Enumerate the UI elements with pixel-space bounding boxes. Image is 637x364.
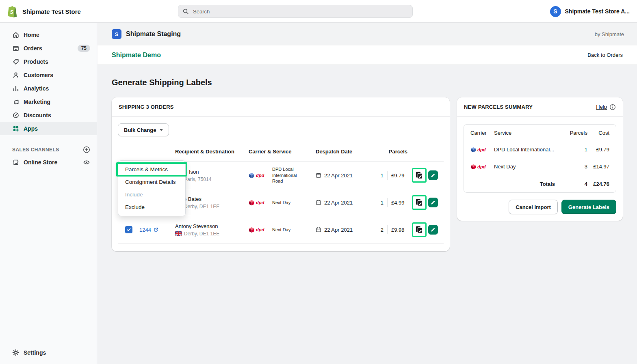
sidebar-item-label: Discounts — [24, 112, 51, 118]
menu-item-exclude[interactable]: Exclude — [118, 201, 185, 213]
order-number: 1244 — [139, 227, 151, 233]
sidebar: Home Orders 75 Products Customers Analyt… — [0, 23, 97, 364]
service-name: Next Day — [272, 227, 316, 233]
recipient-name: Chris Ison — [175, 169, 249, 175]
sidebar-item-settings[interactable]: Settings — [0, 346, 96, 359]
analytics-icon — [12, 85, 20, 92]
menu-item-consignment-details[interactable]: Consignment Details — [118, 176, 185, 188]
summary-actions: Cancel Import Generate Labels — [464, 200, 616, 214]
column-service: Service — [489, 130, 566, 136]
sales-channels-heading: SALES CHANNELS — [12, 147, 59, 153]
order-checkbox[interactable] — [125, 226, 132, 233]
cancel-import-button[interactable]: Cancel Import — [509, 200, 558, 214]
service-name: DPD Local International... — [489, 146, 566, 153]
summary-card-header: NEW PARCELS SUMMARY Help — [457, 97, 623, 117]
sidebar-item-marketing[interactable]: Marketing — [0, 95, 97, 108]
calendar-icon — [316, 200, 321, 205]
edit-parcels-button[interactable] — [428, 170, 438, 180]
calendar-icon — [316, 172, 321, 178]
summary-card-body: Carrier Service Parcels Cost dpd DPD Loc… — [457, 117, 623, 221]
view-store-eye-icon[interactable] — [83, 159, 90, 166]
parcel-count: 1 — [566, 146, 587, 153]
calendar-icon — [316, 227, 321, 233]
sidebar-item-apps[interactable]: Apps — [0, 122, 97, 135]
caret-down-icon — [160, 129, 163, 131]
bulk-change-menu: Parcels & Metrics Consignment Details In… — [118, 160, 186, 216]
parcel-count: 1 — [381, 172, 384, 179]
divider — [387, 198, 388, 207]
sidebar-item-home[interactable]: Home — [0, 28, 97, 41]
column-despatch-date: Despatch Date — [316, 149, 373, 155]
parcel-cost: £9.98 — [391, 227, 409, 233]
despatch-date: 22 Apr 2021 — [324, 172, 353, 179]
recipient-name: Luke Bates — [175, 196, 249, 202]
menu-item-label: Include — [125, 192, 143, 198]
topbar: S Shipmate Test Store S Shipmate Test St… — [0, 0, 637, 23]
edit-parcels-button[interactable] — [428, 198, 438, 207]
store-brand[interactable]: S Shipmate Test Store — [6, 0, 81, 23]
parcel-cube-icon — [249, 227, 255, 233]
sidebar-item-label: Customers — [24, 72, 53, 78]
dpd-logo: dpd — [464, 164, 489, 170]
orders-count-badge: 75 — [78, 45, 90, 52]
sidebar-item-analytics[interactable]: Analytics — [0, 82, 97, 95]
copy-pencil-icon — [415, 225, 424, 234]
shopify-logo-icon: S — [6, 5, 18, 18]
column-parcels: Parcels — [373, 149, 409, 155]
sidebar-item-products[interactable]: Products — [0, 55, 97, 68]
app-header-bar: S Shipmate Staging by Shipmate — [98, 23, 637, 45]
carrier-name: dpd — [256, 200, 264, 205]
carrier-name: dpd — [256, 227, 264, 232]
column-parcels: Parcels — [566, 130, 587, 136]
shipmate-logo: S — [112, 29, 121, 39]
global-search — [178, 5, 413, 18]
sidebar-item-customers[interactable]: Customers — [0, 68, 97, 82]
sidebar-item-label: Analytics — [24, 85, 49, 92]
search-input[interactable] — [178, 5, 413, 18]
back-to-orders-link[interactable]: Back to Orders — [587, 52, 623, 58]
sidebar-item-label: Online Store — [24, 159, 57, 166]
uk-flag-icon — [175, 231, 182, 236]
copy-parcels-button[interactable] — [414, 198, 424, 207]
add-sales-channel-button[interactable] — [83, 146, 90, 153]
home-icon — [12, 31, 20, 39]
parcel-count: 3 — [566, 164, 587, 170]
account-name: Shipmate Test Store A... — [565, 8, 630, 15]
menu-item-parcels-metrics[interactable]: Parcels & Metrics — [118, 163, 185, 176]
copy-parcels-button[interactable] — [414, 170, 424, 180]
bulk-change-label: Bulk Change — [124, 127, 156, 133]
parcel-cube-icon — [470, 147, 476, 153]
parcel-cube-icon — [470, 164, 476, 170]
apps-icon — [12, 125, 20, 132]
copy-pencil-icon — [415, 171, 424, 180]
sidebar-item-label: Settings — [24, 349, 46, 356]
edit-parcels-button[interactable] — [428, 225, 438, 235]
parcel-cost: £9.79 — [587, 146, 616, 153]
sidebar-item-label: Marketing — [24, 99, 50, 105]
pencil-icon — [431, 200, 436, 205]
app-byline: by Shipmate — [595, 31, 624, 37]
divider — [387, 171, 388, 180]
sidebar-item-online-store[interactable]: Online Store — [0, 155, 97, 169]
carrier-name: dpd — [477, 164, 486, 169]
menu-item-label: Exclude — [125, 204, 145, 210]
account-menu[interactable]: S Shipmate Test Store A... — [550, 0, 630, 23]
menu-item-include: Include — [118, 188, 185, 201]
pencil-icon — [431, 173, 436, 178]
discount-icon — [12, 112, 20, 119]
carrier-name: dpd — [256, 173, 264, 178]
storefront-icon — [12, 159, 20, 166]
sidebar-item-discounts[interactable]: Discounts — [0, 108, 97, 122]
copy-parcels-button[interactable] — [414, 225, 424, 235]
order-row: 1244 Antony Stevenson Derby, DE1 1EE dpd — [118, 216, 444, 243]
sidebar-item-orders[interactable]: Orders 75 — [0, 41, 97, 55]
bulk-change-button[interactable]: Bulk Change — [118, 123, 169, 136]
highlight-annotation — [412, 195, 427, 210]
recipient-name: Antony Stevenson — [175, 223, 249, 229]
customers-icon — [12, 71, 20, 79]
order-number-link[interactable]: 1244 — [139, 227, 158, 233]
generate-labels-button[interactable]: Generate Labels — [561, 200, 616, 214]
orders-card-heading: SHIPPING 3 ORDERS — [112, 97, 450, 117]
svg-text:S: S — [10, 9, 13, 15]
help-link[interactable]: Help — [596, 104, 616, 110]
